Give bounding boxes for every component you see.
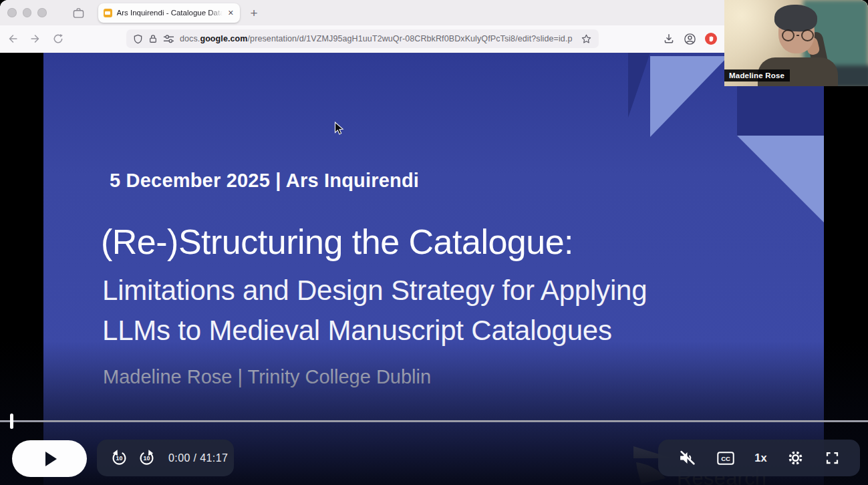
toolbox-icon[interactable] xyxy=(72,7,85,19)
window-minimize-button[interactable] xyxy=(23,8,32,17)
mute-icon[interactable] xyxy=(678,449,696,467)
account-icon[interactable] xyxy=(684,33,696,45)
new-tab-button[interactable]: + xyxy=(251,7,258,19)
presenter-beanie xyxy=(774,4,817,32)
slide-date-line: 5 December 2025 | Ars Inquirendi xyxy=(110,170,419,192)
browser-tab[interactable]: Ars Inquirendi - Catalogue Data × xyxy=(98,3,240,23)
playhead-handle[interactable] xyxy=(10,414,13,429)
play-button[interactable] xyxy=(12,440,87,477)
mouse-cursor xyxy=(334,122,344,136)
fullscreen-icon[interactable] xyxy=(825,450,840,466)
window-controls xyxy=(7,8,47,17)
bookmark-star-icon[interactable] xyxy=(581,33,592,45)
slide-author-line: Madeline Rose | Trinity College Dublin xyxy=(103,366,431,388)
window-close-button[interactable] xyxy=(7,8,17,17)
extension-icon[interactable] xyxy=(705,33,717,45)
presenter-webcam: Madeline Rose xyxy=(724,0,868,86)
tab-close-icon[interactable]: × xyxy=(227,8,234,17)
presenter-glasses xyxy=(782,29,814,41)
forward-button[interactable] xyxy=(29,33,41,45)
lock-icon xyxy=(148,34,158,43)
google-slides-icon xyxy=(104,9,112,17)
url-text[interactable]: docs.google.com/presentation/d/1VZMJ95ag… xyxy=(180,34,575,43)
video-player-frame: Ars Inquirendi - Catalogue Data × + xyxy=(0,0,868,485)
play-icon xyxy=(45,452,57,466)
settings-gear-icon[interactable] xyxy=(787,450,804,466)
time-display: 0:00 / 41:17 xyxy=(168,452,228,464)
address-bar[interactable]: docs.google.com/presentation/d/1VZMJ95ag… xyxy=(126,29,599,48)
shield-icon xyxy=(133,34,143,44)
window-zoom-button[interactable] xyxy=(37,8,47,17)
rewind-10-button[interactable]: 10 xyxy=(110,449,128,467)
playback-speed-button[interactable]: 1x xyxy=(754,452,766,464)
svg-text:10: 10 xyxy=(144,455,150,462)
downloads-icon[interactable] xyxy=(663,33,675,45)
permissions-icon[interactable] xyxy=(163,34,174,43)
slide-title: (Re-)Structuring the Catalogue: xyxy=(101,222,573,262)
presenter-name-label: Madeline Rose xyxy=(724,69,790,82)
back-button[interactable] xyxy=(7,33,19,45)
svg-text:CC: CC xyxy=(721,454,730,462)
captions-button[interactable]: CC xyxy=(717,452,734,465)
settings-controls-group: CC 1x xyxy=(658,440,860,476)
seek-bar[interactable] xyxy=(0,420,868,422)
svg-text:10: 10 xyxy=(116,455,123,462)
playback-controls-group: 10 10 0:00 / 41:17 xyxy=(97,440,234,476)
reload-icon[interactable] xyxy=(52,33,64,45)
slide-subtitle: Limitations and Design Strategy for Appl… xyxy=(102,271,647,351)
forward-10-button[interactable]: 10 xyxy=(138,449,156,467)
tab-title: Ars Inquirendi - Catalogue Data xyxy=(117,9,223,17)
